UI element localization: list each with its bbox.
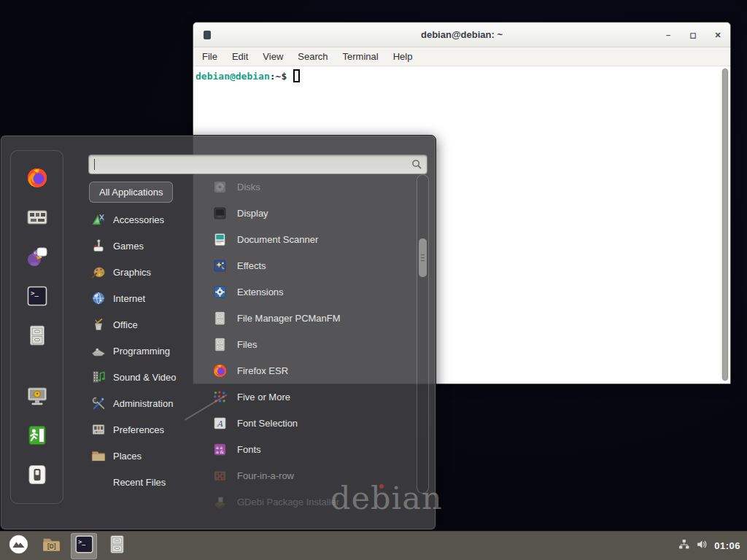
favorite-file-cabinet-button[interactable] [25, 324, 50, 349]
favorite-lock-screen-button[interactable] [25, 385, 50, 410]
category-internet[interactable]: Internet [89, 285, 198, 311]
terminal-titlebar[interactable]: debian@debian: ~ – ◻ ✕ [193, 23, 730, 47]
favorite-log-out-button[interactable] [25, 424, 50, 449]
internet-icon [90, 290, 107, 306]
terminal-prompt-line: debian@debian:~$ [196, 69, 729, 82]
app-item-disks[interactable]: Disks [196, 174, 412, 200]
app-item-files[interactable]: Files [196, 331, 412, 357]
app-item-label: Font Selection [237, 418, 298, 429]
app-item-effects[interactable]: Effects [196, 252, 412, 279]
terminal-menu-terminal[interactable]: Terminal [343, 51, 379, 62]
category-preferences[interactable]: Preferences [89, 416, 198, 443]
category-recent-files[interactable]: Recent Files [89, 469, 198, 495]
menu-scrollbar-track[interactable] [417, 174, 429, 494]
menu-scrollbar-thumb[interactable] [419, 238, 427, 277]
maximize-button[interactable]: ◻ [688, 30, 698, 40]
app-item-gdebi-package-installer[interactable]: GDebi Package Installer [196, 489, 412, 515]
svg-text:[D]: [D] [47, 543, 56, 550]
places-icon [90, 448, 107, 464]
terminal-scrollbar[interactable] [721, 68, 729, 381]
terminal-scrollbar-thumb[interactable] [722, 69, 728, 381]
terminal-menu-view[interactable]: View [263, 51, 283, 62]
app-item-file-manager-pcmanfm[interactable]: File Manager PCManFM [196, 305, 412, 331]
category-places[interactable]: Places [89, 443, 198, 469]
administration-icon [90, 395, 107, 411]
app-item-label: Five or More [237, 392, 290, 402]
app-item-display[interactable]: Display [196, 200, 412, 226]
favorite-packages-button[interactable] [25, 206, 50, 231]
network-icon [678, 538, 690, 553]
fonts-icon: a aa & [212, 442, 228, 457]
category-games[interactable]: Games [89, 233, 198, 259]
close-button[interactable]: ✕ [713, 30, 723, 40]
category-label: Places [113, 451, 142, 462]
taskbar-launchers: [D]>_ [0, 533, 130, 559]
app-item-fonts[interactable]: a aa &Fonts [196, 436, 412, 462]
log-out-icon [26, 424, 49, 450]
search-input[interactable] [88, 155, 427, 174]
favorite-shut-down-button[interactable] [25, 464, 50, 489]
taskbar-folder-d-button[interactable]: [D] [38, 533, 64, 559]
app-item-four-in-a-row[interactable]: Four-in-a-row [196, 462, 412, 489]
terminal-title: debian@debian: ~ [193, 29, 730, 40]
taskbar-clock[interactable]: 01:06 [714, 540, 740, 551]
app-item-document-scanner[interactable]: Document Scanner [196, 226, 412, 252]
app-list: DisksDisplayDocument ScannerEffectsExten… [196, 174, 412, 515]
programming-icon [90, 343, 107, 359]
search-caret [94, 159, 95, 170]
category-administration[interactable]: Administration [89, 390, 198, 416]
app-item-extensions[interactable]: Extensions [196, 279, 412, 305]
app-item-firefox-esr[interactable]: Firefox ESR [196, 357, 412, 384]
app-item-label: File Manager PCManFM [237, 313, 341, 324]
app-item-label: Disks [237, 182, 260, 192]
all-applications-button[interactable]: All Applications [89, 182, 173, 203]
disks-icon [212, 179, 228, 195]
extensions-icon [212, 284, 228, 300]
favorite-terminal-button[interactable]: >_ [25, 285, 50, 310]
none-icon [90, 474, 107, 490]
svg-text:>_: >_ [78, 538, 85, 545]
menu-icon [8, 534, 29, 558]
taskbar-menu-button[interactable] [5, 533, 31, 559]
tray-network-button[interactable] [677, 540, 690, 553]
terminal-menu-search[interactable]: Search [298, 51, 328, 62]
desktop[interactable]: debian@debian: ~ – ◻ ✕ FileEditViewSearc… [0, 0, 747, 560]
category-label: Internet [113, 293, 145, 304]
terminal-menu-help[interactable]: Help [393, 51, 413, 62]
preferences-icon [90, 421, 107, 438]
packages-icon [26, 206, 49, 232]
app-item-font-selection[interactable]: AFont Selection [196, 410, 412, 436]
favorite-pidgin-button[interactable] [25, 246, 50, 271]
tray-volume-button[interactable] [695, 540, 708, 553]
minimize-button[interactable]: – [663, 30, 673, 40]
category-graphics[interactable]: Graphics [89, 259, 198, 285]
app-item-label: Extensions [237, 287, 284, 298]
category-label: Recent Files [113, 477, 166, 488]
file-cabinet-icon [107, 534, 128, 558]
terminal-cursor [293, 69, 300, 82]
category-accessories[interactable]: Accessories [89, 206, 198, 233]
category-programming[interactable]: Programming [89, 338, 198, 364]
app-item-label: Firefox ESR [237, 365, 288, 376]
window-controls: – ◻ ✕ [663, 23, 723, 47]
category-office[interactable]: Office [89, 311, 198, 338]
pidgin-icon [26, 245, 49, 271]
terminal-menu-edit[interactable]: Edit [232, 51, 248, 62]
app-item-five-or-more[interactable]: Five or More [196, 384, 412, 410]
volume-icon [696, 538, 708, 553]
favorite-firefox-button[interactable] [25, 167, 50, 192]
category-label: Accessories [113, 214, 164, 225]
category-list: AccessoriesGamesGraphicsInternetOfficePr… [89, 206, 198, 495]
category-sound-video[interactable]: Sound & Video [89, 364, 198, 390]
lock-screen-icon [26, 384, 49, 411]
category-label: Preferences [113, 424, 164, 435]
search-wrap [88, 155, 427, 174]
taskbar-terminal-button[interactable]: >_ [71, 533, 97, 559]
category-label: Office [113, 319, 138, 330]
terminal-menu-file[interactable]: File [202, 51, 217, 62]
svg-text:>_: >_ [31, 289, 39, 297]
folder-d-icon: [D] [41, 534, 62, 558]
display-icon [212, 206, 228, 221]
taskbar-file-cabinet-button[interactable] [104, 533, 130, 559]
terminal-window-icon [204, 31, 211, 39]
